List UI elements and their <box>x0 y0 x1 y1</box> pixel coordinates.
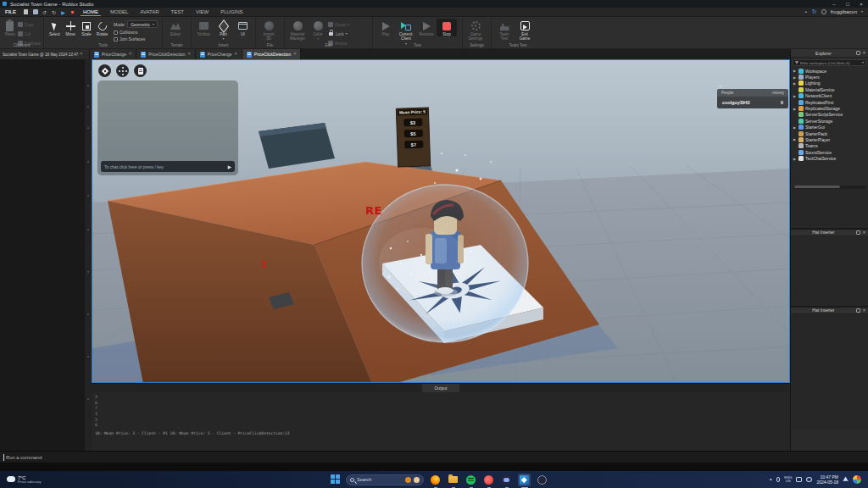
tray-chevron-icon[interactable]: ▲ <box>769 478 772 482</box>
script-tab-pricechange-2[interactable]: PriceChange × <box>196 49 242 59</box>
current-client-button[interactable]: Current:Client ▾ <box>396 19 416 46</box>
script-tab-priceclickdetection-1[interactable]: PriceClickDetection × <box>136 49 196 59</box>
place-tab-close-icon[interactable]: × <box>80 52 82 57</box>
join-surfaces-checkbox[interactable] <box>114 37 118 42</box>
quick-play-icon[interactable]: ▶ <box>59 8 67 16</box>
tab-home[interactable]: HOME <box>77 8 104 16</box>
lock-button[interactable]: Lock▾ <box>328 30 349 38</box>
script-tab-priceclickdetection-2[interactable]: PriceClickDetection × <box>242 49 302 59</box>
mic-icon[interactable] <box>776 477 780 482</box>
tab-plugins[interactable]: PLUGINS <box>214 8 248 16</box>
command-bar[interactable]: Run a command <box>0 451 868 463</box>
taskbar-app-steam[interactable] <box>536 474 548 486</box>
redo-icon[interactable]: ↻ <box>50 8 58 16</box>
controls-button[interactable] <box>116 64 129 77</box>
material-manager-button[interactable]: MaterialManager <box>287 19 308 42</box>
share-icon[interactable] <box>821 9 826 14</box>
user-caret-icon[interactable]: ▾ <box>861 10 863 14</box>
tree-item-lighting[interactable]: ▶Lighting <box>791 80 868 86</box>
tab-close-icon[interactable]: × <box>129 52 131 57</box>
network-icon[interactable] <box>806 477 812 482</box>
tree-item-starterplayer[interactable]: ▶StarterPlayer <box>791 136 868 142</box>
cut-button[interactable]: Cut <box>18 30 41 38</box>
start-button[interactable] <box>331 474 341 485</box>
tree-item-workspace[interactable]: ▶Workspace <box>791 68 868 74</box>
tree-item-networkclient[interactable]: ▶NetworkClient <box>791 93 868 99</box>
tree-item-materialservice[interactable]: MaterialService <box>791 86 868 92</box>
collapse-ribbon-icon[interactable]: ▲ <box>804 10 808 14</box>
move-tool[interactable]: Move <box>63 19 79 36</box>
place-tab[interactable]: Socialist Town Game @ 18 May 2024 22:47 … <box>0 49 90 59</box>
part-button[interactable]: Part ▾ <box>214 19 233 41</box>
chat-toggle-button[interactable] <box>134 64 147 77</box>
play-button[interactable]: Play <box>376 19 396 36</box>
group-button[interactable]: Group▾ <box>328 20 349 29</box>
tree-item-starterpack[interactable]: StarterPack <box>791 130 868 136</box>
collisions-toggle[interactable]: Collisions <box>114 30 158 35</box>
widgets-icon[interactable] <box>853 475 861 484</box>
price-button-7[interactable]: $7 <box>404 141 423 149</box>
price-button-3[interactable]: $3 <box>403 119 422 127</box>
tree-item-replicatedfirst[interactable]: ReplicatedFirst <box>791 99 868 105</box>
weather-widget[interactable]: 7°C Frost advisory <box>0 475 102 485</box>
taskbar-app-discord[interactable] <box>500 474 513 486</box>
taskbar-search[interactable]: Search <box>346 474 424 485</box>
sync-icon[interactable]: ↻ <box>812 8 817 15</box>
tree-item-teams[interactable]: Teams <box>791 143 868 149</box>
tab-model[interactable]: MODEL <box>104 8 134 16</box>
pin-icon[interactable] <box>856 308 860 313</box>
scale-tool[interactable]: Scale <box>79 19 95 36</box>
script-tab-pricechange-1[interactable]: PriceChange × <box>90 49 136 59</box>
rotate-tool[interactable]: Rotate <box>94 19 110 36</box>
taskbar-app-roblox-studio[interactable] <box>518 474 531 486</box>
tree-item-replicatedstorage[interactable]: ▶ReplicatedStorage <box>791 105 868 111</box>
toolbox-button[interactable]: Toolbox <box>194 19 214 36</box>
new-file-icon[interactable] <box>22 8 30 16</box>
tab-close-icon[interactable]: × <box>235 52 237 57</box>
tree-item-soundservice[interactable]: SoundService <box>791 149 868 155</box>
leaderboard-row[interactable]: coolguy3942 0 <box>717 97 788 108</box>
output-tab[interactable]: Output <box>422 384 459 392</box>
tab-close-icon[interactable]: × <box>293 52 296 57</box>
close-button[interactable]: × <box>854 0 868 8</box>
tree-item-textchatservice[interactable]: ▶TextChatService <box>791 155 868 161</box>
taskbar-app-green[interactable] <box>465 474 477 486</box>
collapsed-panel-strip[interactable] <box>85 59 92 451</box>
undo-icon[interactable]: ↺ <box>41 8 48 16</box>
user-name[interactable]: froggibacon <box>831 9 857 14</box>
price-button-5[interactable]: $5 <box>403 130 422 138</box>
ui-button[interactable]: UI <box>233 19 253 36</box>
tab-view[interactable]: VIEW <box>190 8 214 16</box>
paste-button[interactable]: Paste <box>3 19 18 36</box>
explorer-filter-input[interactable]: Filter workspace (Ctrl+Shift+X) ▾ <box>793 59 866 66</box>
notifications-icon[interactable] <box>843 477 849 483</box>
roblox-menu-button[interactable] <box>98 64 111 77</box>
explorer-close-icon[interactable]: × <box>863 51 865 56</box>
language-switcher[interactable]: ENGUS <box>784 476 792 483</box>
game-viewport[interactable]: To chat click here or press / key ▶ × Pe… <box>92 59 790 383</box>
terrain-editor-button[interactable]: Editor <box>165 19 186 36</box>
tree-item-startergui[interactable]: ▶StarterGui <box>791 125 868 130</box>
pin-icon[interactable] <box>856 230 860 235</box>
taskbar-clock[interactable]: 10:47 PM 2024-05-18 <box>816 474 838 485</box>
stop-button[interactable]: Stop <box>437 19 457 36</box>
chat-input[interactable]: To chat click here or press / key ▶ <box>101 161 235 172</box>
team-test-button[interactable]: TeamTest <box>494 19 515 42</box>
quick-stop-icon[interactable]: ■ <box>69 8 76 16</box>
color-button[interactable]: Color ▾ <box>308 19 328 41</box>
collisions-checkbox[interactable] <box>114 30 118 35</box>
exit-game-button[interactable]: ExitGame <box>515 19 535 42</box>
pin-icon[interactable] <box>856 51 860 55</box>
tree-item-serverstorage[interactable]: ServerStorage <box>791 118 868 124</box>
panel-close-icon[interactable]: × <box>863 308 865 313</box>
game-settings-button[interactable]: GameSettings <box>465 19 486 42</box>
mode-dropdown[interactable]: Geometric▾ <box>127 20 158 28</box>
join-surfaces-toggle[interactable]: Join Surfaces <box>114 36 158 42</box>
chat-send-icon[interactable]: ▶ <box>228 164 231 169</box>
taskbar-app-firefox[interactable] <box>429 474 442 486</box>
tab-close-icon[interactable]: × <box>187 52 190 57</box>
file-menu[interactable]: FILE <box>0 8 21 16</box>
minimize-button[interactable]: – <box>827 0 841 8</box>
tree-item-players[interactable]: ▶Players <box>791 74 868 80</box>
select-tool[interactable]: Select <box>47 19 63 36</box>
